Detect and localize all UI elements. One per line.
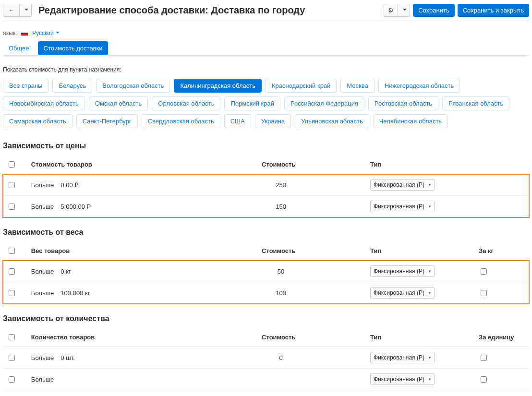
col-value: Стоимость [258, 155, 366, 174]
destination-pill[interactable]: Все страны [3, 79, 48, 93]
destination-pill[interactable]: Челябинская область [373, 114, 448, 128]
destination-pills: Все страныБеларусьВологодская областьКал… [3, 79, 529, 128]
col-goods-weight: Вес товаров [27, 241, 258, 261]
rate-input[interactable] [262, 289, 300, 297]
save-button[interactable]: Сохранить [413, 4, 455, 17]
destination-pill[interactable]: Самарская область [3, 114, 73, 128]
language-label: язык: [3, 30, 17, 36]
price-select-all[interactable] [9, 161, 15, 168]
destination-pill[interactable]: Свердловская область [142, 114, 220, 128]
destination-pill[interactable]: Краснодарский край [266, 79, 337, 93]
threshold-value: 0 шт. [60, 354, 74, 361]
destination-pill[interactable]: Ростовская область [368, 96, 438, 110]
rate-input[interactable] [262, 203, 300, 211]
more-than-label: Больше [31, 203, 54, 210]
qty-section-title: Зависимость от количества [3, 314, 529, 323]
more-than-label: Больше [31, 268, 54, 275]
row-checkbox[interactable] [9, 204, 15, 210]
row-checkbox[interactable] [9, 355, 15, 361]
tab-general[interactable]: Общее [3, 41, 35, 55]
table-row: Больше0 шт.Фиксированная (Р) [3, 347, 529, 369]
settings-dropdown[interactable] [398, 4, 410, 17]
flag-icon [21, 31, 28, 36]
qty-select-all[interactable] [9, 334, 15, 340]
destination-pill[interactable]: Москва [340, 79, 374, 93]
row-checkbox[interactable] [9, 376, 15, 383]
back-dropdown[interactable] [20, 4, 32, 17]
col-type: Тип [366, 241, 475, 261]
save-close-button[interactable]: Сохранить и закрыть [458, 4, 529, 17]
language-selector: язык: Русский [3, 21, 529, 41]
row-checkbox[interactable] [9, 268, 15, 275]
more-than-label: Больше [31, 376, 54, 383]
destination-pill[interactable]: Рязанская область [442, 96, 509, 110]
back-button[interactable]: ← [3, 4, 20, 17]
type-select[interactable]: Фиксированная (Р) [370, 179, 435, 191]
per-unit-checkbox[interactable] [481, 376, 487, 383]
row-checkbox[interactable] [9, 182, 15, 188]
price-section-title: Зависимость от цены [3, 142, 529, 150]
destination-pill[interactable]: Беларусь [52, 79, 92, 93]
destinations-label: Показать стоимость для пункта назначения… [3, 66, 529, 73]
threshold-value: 100.000 кг [60, 289, 90, 297]
gear-icon: ⚙ [388, 7, 394, 14]
back-button-group: ← [3, 4, 32, 17]
weight-table: Вес товаров Стоимость Тип За кг Больше0 … [3, 241, 529, 304]
destination-pill[interactable]: Пермский край [224, 96, 280, 110]
arrow-left-icon: ← [8, 7, 14, 14]
tabs: Общее Стоимость доставки [3, 41, 529, 56]
col-per-unit: За единицу [475, 328, 529, 347]
weight-section-title: Зависимость от веса [3, 228, 529, 237]
col-goods-qty: Количество товаров [27, 328, 258, 347]
type-select[interactable]: Фиксированная (Р) [370, 201, 435, 212]
destination-pill[interactable]: Омская область [89, 96, 148, 110]
table-row: Больше100.000 кгФиксированная (Р) [3, 282, 529, 304]
more-than-label: Больше [31, 289, 54, 297]
tab-shipping-cost[interactable]: Стоимость доставки [38, 41, 109, 55]
per-unit-checkbox[interactable] [481, 290, 487, 296]
table-row: БольшеФиксированная (Р) [3, 369, 529, 390]
col-type: Тип [366, 328, 475, 347]
destination-pill[interactable]: Санкт-Петербург [76, 114, 138, 128]
col-goods-cost: Стоимость товаров [27, 155, 258, 174]
table-row: Больше0 кгФиксированная (Р) [3, 261, 529, 282]
type-select[interactable]: Фиксированная (Р) [370, 373, 435, 385]
settings-button-group: ⚙ [384, 4, 410, 17]
destination-pill[interactable]: Российская Федерация [284, 96, 364, 110]
more-than-label: Больше [31, 181, 54, 189]
type-select[interactable]: Фиксированная (Р) [370, 352, 435, 363]
destination-pill[interactable]: США [224, 114, 251, 128]
rate-input[interactable] [262, 181, 300, 189]
price-table: Стоимость товаров Стоимость Тип Больше0.… [3, 155, 529, 217]
rate-input[interactable] [262, 354, 300, 362]
per-unit-checkbox[interactable] [481, 355, 487, 361]
per-unit-checkbox[interactable] [481, 268, 487, 275]
type-select[interactable]: Фиксированная (Р) [370, 287, 435, 299]
destination-pill[interactable]: Калининградская область [174, 79, 262, 93]
rate-input[interactable] [262, 267, 300, 276]
threshold-value: 0.00 ₽ [60, 181, 78, 189]
destination-pill[interactable]: Украина [255, 114, 291, 128]
destination-pill[interactable]: Ульяновская область [295, 114, 369, 128]
destination-pill[interactable]: Вологодская область [96, 79, 170, 93]
col-value: Стоимость [258, 241, 366, 261]
col-value: Стоимость [258, 328, 366, 347]
more-than-label: Больше [31, 354, 54, 361]
qty-table: Количество товаров Стоимость Тип За един… [3, 328, 529, 390]
col-type: Тип [366, 155, 475, 174]
threshold-value: 5,000.00 Р [60, 203, 91, 210]
page-header: ← Редактирование способа доставки: Доста… [3, 0, 529, 21]
weight-select-all[interactable] [9, 248, 15, 254]
threshold-value: 0 кг [60, 268, 71, 275]
destination-pill[interactable]: Орловская область [152, 96, 220, 110]
destination-pill[interactable]: Новосибирская область [3, 96, 85, 110]
language-value[interactable]: Русский [32, 30, 60, 36]
rate-input[interactable] [262, 375, 300, 384]
row-checkbox[interactable] [9, 290, 15, 296]
page-title: Редактирование способа доставки: Доставк… [38, 5, 380, 16]
destination-pill[interactable]: Нижегородская область [378, 79, 460, 93]
col-per-kg: За кг [475, 241, 529, 261]
type-select[interactable]: Фиксированная (Р) [370, 265, 435, 277]
table-row: Больше5,000.00 РФиксированная (Р) [3, 196, 529, 217]
settings-button[interactable]: ⚙ [384, 4, 398, 17]
